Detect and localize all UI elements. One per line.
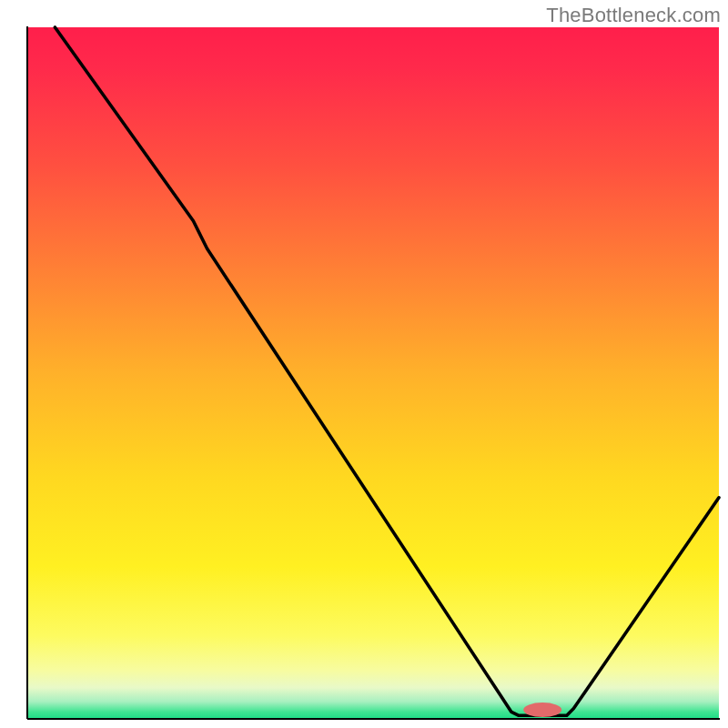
chart-svg — [0, 0, 728, 728]
watermark-label: TheBottleneck.com — [546, 4, 721, 27]
bottleneck-chart — [0, 0, 728, 728]
optimal-marker — [523, 703, 561, 717]
